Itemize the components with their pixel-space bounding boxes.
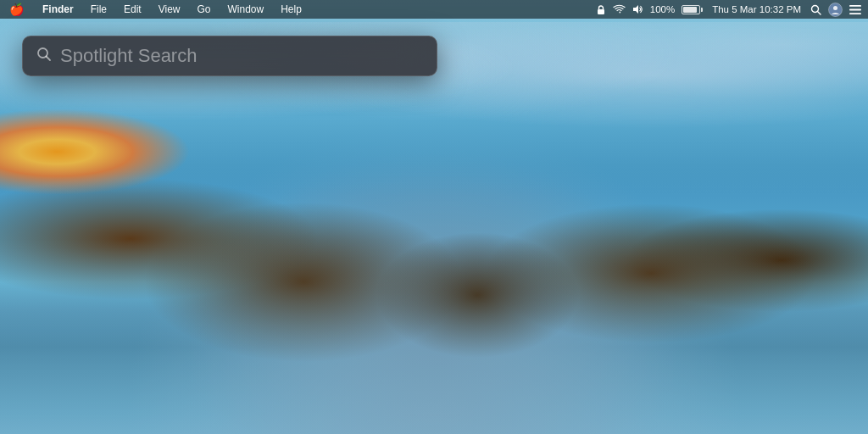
- mist-layer: [0, 239, 868, 434]
- svg-point-5: [833, 6, 837, 10]
- svg-rect-0: [598, 9, 604, 14]
- spotlight-container: [22, 36, 437, 76]
- spotlight-bar: [22, 36, 437, 76]
- go-menu[interactable]: Go: [195, 3, 214, 16]
- spotlight-search-input[interactable]: [60, 45, 423, 67]
- file-menu[interactable]: File: [88, 3, 109, 16]
- control-center-icon[interactable]: [849, 4, 861, 15]
- menubar-left: 🍎 Finder File Edit View Go Window Help: [7, 2, 304, 17]
- svg-line-10: [47, 57, 51, 61]
- battery-percentage: 100%: [650, 4, 675, 14]
- window-menu[interactable]: Window: [225, 3, 267, 16]
- menubar: 🍎 Finder File Edit View Go Window Help: [0, 0, 868, 19]
- edit-menu[interactable]: Edit: [121, 3, 144, 16]
- finder-menu[interactable]: Finder: [40, 3, 76, 16]
- svg-rect-8: [849, 13, 861, 14]
- datetime-display: Thu 5 Mar 10:32 PM: [709, 3, 804, 15]
- help-menu[interactable]: Help: [278, 3, 304, 16]
- battery-icon: [682, 4, 703, 14]
- menubar-right: 100% Thu 5 Mar 10:32 PM: [596, 3, 861, 17]
- audio-icon: [632, 4, 643, 14]
- svg-marker-1: [633, 5, 638, 14]
- spotlight-search-icon: [36, 47, 52, 65]
- svg-line-3: [818, 11, 821, 14]
- svg-rect-6: [849, 5, 861, 7]
- sunset-glow: [0, 108, 191, 195]
- lock-icon: [596, 4, 606, 15]
- view-menu[interactable]: View: [156, 3, 183, 16]
- svg-rect-7: [849, 8, 861, 10]
- user-avatar[interactable]: [828, 3, 843, 17]
- spotlight-menubar-icon[interactable]: [810, 4, 821, 15]
- apple-menu[interactable]: 🍎: [7, 2, 26, 17]
- wifi-icon: [613, 4, 626, 14]
